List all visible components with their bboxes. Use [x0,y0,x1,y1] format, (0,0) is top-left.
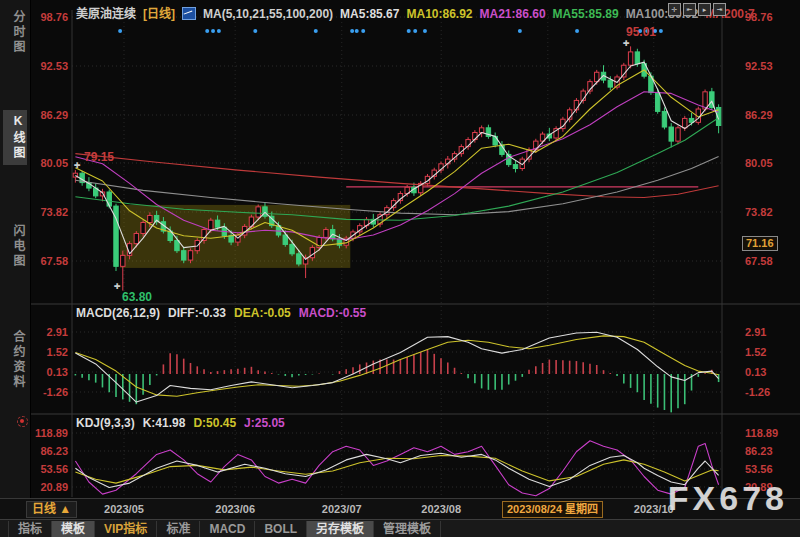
date-label: 2023/05 [104,503,144,515]
price-tick-right: -1.26 [745,386,799,398]
price-tick-right: 86.29 [745,109,799,121]
toolbar-item-3[interactable]: VIP指标 [95,521,157,537]
event-dot [518,29,522,33]
price-tick-right: 92.53 [745,60,799,72]
candle-body [121,255,125,266]
price-tick-right: 2.91 [745,326,799,338]
kdj-pane-settings-icon[interactable] [17,416,28,427]
annotation-marker: ✚ [623,40,630,48]
candle-body [148,215,152,222]
price-tick-left: 67.58 [0,255,68,267]
price-tick-left: 2.91 [0,326,68,338]
price-tick-right: 86.23 [745,445,799,457]
kdj-title: KDJ(9,3,3) [76,416,135,430]
chevron-up-icon: ▲ [59,502,71,516]
event-dot [361,29,365,33]
macd-dea-line [75,336,718,396]
candle-body [608,80,612,87]
toolbar-item-5[interactable]: MACD [200,521,255,537]
toolbar-item-4[interactable]: 标准 [157,521,200,537]
toolbar-item-2[interactable]: 模板 [52,521,95,537]
macd-pane-header: MACD(26,12,9)DIFF:-0.33DEA:-0.05MACD:-0.… [76,306,374,320]
event-dot [659,29,663,33]
shrink-bars-icon[interactable]: ⇤ [683,3,696,16]
candle-body [622,65,626,77]
kdj-k-value: K:41.98 [143,416,186,430]
price-tick-left: 73.82 [0,206,68,218]
trading-app-window: 分时图K线图闪电图合约资料 美原油连续[日线]MA(5,10,21,55,100… [0,0,800,537]
candle-body [107,192,111,206]
event-dot [423,29,427,33]
toolbar-item-8[interactable]: 管理模板 [374,521,441,537]
price-tick-right: 73.82 [745,206,799,218]
event-dot [350,29,354,33]
candle-body [215,220,219,227]
kdj-j-line [75,441,718,496]
price-tick-left: 118.89 [0,427,68,439]
macd-hist-value: MACD:-0.55 [299,306,366,320]
candle-body [141,223,145,234]
candle-body [188,251,192,260]
toolbar-item-6[interactable]: BOLL [255,521,307,537]
event-dot [314,29,318,33]
event-dot [211,29,215,33]
candle-body [683,118,687,127]
candle-body [290,244,294,253]
candle-body [662,111,666,127]
price-tick-right: 118.89 [745,427,799,439]
candle-body [134,233,138,243]
candle-body [324,230,328,238]
period-selector[interactable]: 日线 ▲ [26,501,77,518]
ma-value-3: MA21:86.60 [480,7,546,21]
kdj-j-value: J:25.05 [244,416,285,430]
price-tick-left: 1.52 [0,346,68,358]
crosshair-date-badge: 2023/08/24 星期四 [502,501,603,518]
event-dot [205,29,209,33]
candle-body [175,241,179,251]
chart-header: 美原油连续[日线]MA(5,10,21,55,100,200)MA5:85.67… [76,4,769,18]
price-tick-right: 0.13 [745,366,799,378]
symbol-name: 美原油连续 [76,7,136,21]
price-tick-right: 80.05 [745,157,799,169]
toolbar-item-1[interactable]: 指标 [8,521,52,537]
price-tick-left: 80.05 [0,157,68,169]
macd-diff-value: DIFF:-0.33 [168,306,226,320]
event-dot [355,29,359,33]
candle-body [182,251,186,260]
candle-body [669,127,673,141]
ma-group-label: MA(5,10,21,55,100,200) [203,7,333,21]
price-tick-left: 0.13 [0,366,68,378]
annotation-start_price: 79.15 [84,150,114,164]
crosshair-tool-icon[interactable]: ✛ [668,3,681,16]
candle-body [676,128,680,141]
price-tick-left: 98.76 [0,11,68,23]
chart-toolbar-icons: ✛⇤▸⇥ [668,3,726,16]
annotation-marker: ✚ [114,283,121,291]
candle-body [263,207,267,216]
candle-body [256,207,260,217]
event-dot [407,29,411,33]
ma-value-4: MA55:85.89 [553,7,619,21]
expand-bars-icon[interactable]: ⇥ [713,3,726,16]
toolbar-item-7[interactable]: 另存模板 [307,521,374,537]
annotation-low_price: 63.80 [122,290,152,304]
kdj-d-value: D:50.45 [193,416,236,430]
event-dot [413,29,417,33]
candle-body [209,220,213,229]
event-dot [253,29,257,33]
price-tick-left: -1.26 [0,386,68,398]
price-tick-left: 92.53 [0,60,68,72]
chart-canvas[interactable] [0,0,800,537]
price-tick-right: 98.76 [745,11,799,23]
last-price-badge: 71.16 [742,236,778,251]
ma-value-2: MA10:86.92 [406,7,472,21]
price-tick-left: 86.23 [0,445,68,457]
annotation-high_price: 95.01 [626,25,656,39]
kdj-pane-header: KDJ(9,3,3)K:41.98D:50.45J:25.05 [76,416,293,430]
event-dot [118,29,122,33]
candle-body [229,236,233,242]
date-label: 2023/08 [421,503,461,515]
play-forward-icon[interactable]: ▸ [698,3,711,16]
price-tick-left: 20.89 [0,481,68,493]
annotation-marker: ✚ [74,162,81,170]
